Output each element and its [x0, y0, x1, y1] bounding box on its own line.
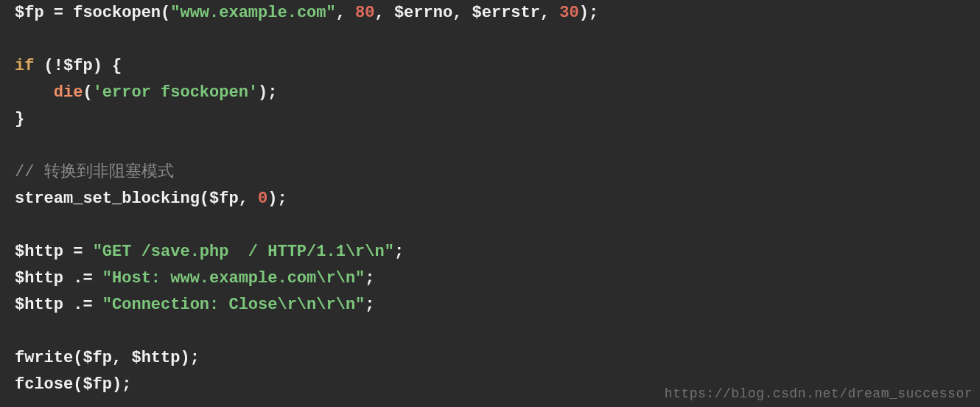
code-token: ( [83, 83, 92, 102]
code-token: $fp [83, 375, 112, 394]
code-block: $fp = fsockopen("www.example.com", 80, $… [0, 0, 980, 398]
code-token: (! [34, 57, 63, 75]
code-token: ); [258, 83, 277, 102]
code-token: $http [15, 296, 63, 314]
code-token: $http [131, 349, 180, 367]
code-token: $fp [209, 189, 239, 208]
code-token: "Connection: Close\r\n\r\n" [102, 296, 365, 314]
code-token: if [15, 57, 34, 75]
code-token: $http [15, 269, 63, 288]
code-token: "GET /save.php / HTTP/1.1\r\n" [93, 243, 394, 261]
code-token: ; [365, 296, 374, 314]
code-token: ; [394, 243, 404, 261]
code-token: fclose [15, 375, 73, 394]
code-token: die [54, 83, 83, 102]
code-token: .= [63, 296, 102, 314]
code-token: 80 [355, 4, 374, 22]
code-token: = [44, 4, 74, 22]
code-token [15, 83, 54, 102]
code-token: , [540, 4, 559, 22]
code-token: ); [180, 349, 199, 367]
code-token: fwrite [15, 349, 73, 367]
code-token: ( [73, 349, 83, 367]
code-token: , [452, 4, 472, 22]
code-token: ) { [93, 57, 122, 75]
code-token: .= [63, 269, 102, 288]
code-token: "www.example.com" [170, 4, 335, 22]
code-token: ); [267, 189, 287, 208]
code-token: stream_set_blocking [15, 189, 200, 208]
code-token: "Host: www.example.com\r\n" [102, 269, 365, 288]
code-token: $fp [63, 57, 93, 75]
code-token: fsockopen [73, 4, 161, 22]
code-token: 30 [559, 4, 578, 22]
code-token: $errstr [472, 4, 540, 22]
code-token: } [15, 110, 24, 128]
code-token: $errno [394, 4, 452, 22]
code-token: 转换到非阻塞模式 [44, 163, 174, 181]
code-token: 'error fsockopen' [93, 83, 258, 102]
code-token: = [63, 243, 93, 261]
code-token: $http [15, 243, 63, 261]
code-token: ; [365, 269, 374, 288]
code-token: ( [73, 375, 83, 394]
code-token: $fp [83, 349, 112, 367]
code-token: ( [200, 189, 209, 208]
code-comment: // 转换到非阻塞模式 [15, 163, 174, 181]
code-token: // [15, 163, 44, 181]
code-token: $fp [15, 4, 44, 22]
code-token: , [239, 189, 258, 208]
code-token: ( [161, 4, 170, 22]
code-token: ); [579, 4, 598, 22]
code-token: , [375, 4, 394, 22]
code-token: , [112, 349, 131, 367]
code-token: 0 [258, 189, 267, 208]
code-token: , [336, 4, 355, 22]
code-token: ); [112, 375, 131, 394]
